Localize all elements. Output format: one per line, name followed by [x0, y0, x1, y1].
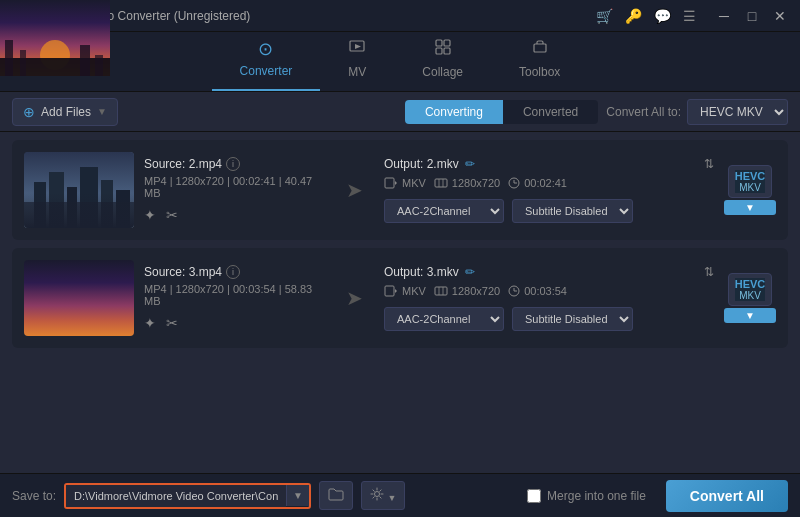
tab-toolbox-label: Toolbox [519, 65, 560, 79]
key-icon[interactable]: 🔑 [625, 8, 642, 24]
open-folder-button[interactable] [319, 481, 353, 510]
tab-mv[interactable]: MV [320, 30, 394, 91]
add-files-dropdown-icon[interactable]: ▼ [97, 106, 107, 117]
file-meta-2: MP4 | 1280x720 | 00:03:54 | 58.83 MB [144, 283, 324, 307]
svg-rect-32 [435, 287, 447, 295]
output-label-2: Output: 3.mkv [384, 265, 459, 279]
converting-tab-button[interactable]: Converting [405, 100, 503, 124]
arrow-area-1: ➤ [334, 178, 374, 202]
titlebar: V Vidmore Video Converter (Unregistered)… [0, 0, 800, 32]
merge-label: Merge into one file [547, 489, 646, 503]
svg-marker-16 [395, 181, 397, 185]
folder-icon [328, 487, 344, 501]
content-area: Source: 2.mp4 i MP4 | 1280x720 | 00:02:4… [0, 132, 800, 473]
arrow-area-2: ➤ [334, 286, 374, 310]
file-info-1: Source: 2.mp4 i MP4 | 1280x720 | 00:02:4… [144, 157, 324, 223]
svg-rect-4 [436, 48, 442, 54]
gear-icon [370, 487, 384, 501]
save-path-input[interactable] [66, 485, 286, 507]
file-card-2: Source: 3.mp4 i MP4 | 1280x720 | 00:03:5… [12, 248, 788, 348]
format-badge-dropdown-2[interactable]: ▼ [724, 308, 776, 323]
svg-rect-30 [385, 286, 394, 296]
svg-rect-14 [24, 202, 134, 228]
nav-area: ⊙ Converter MV Collage [0, 32, 800, 92]
svg-rect-11 [80, 167, 98, 228]
output-adjust-icon-2[interactable]: ⇅ [704, 265, 714, 279]
file-info-2: Source: 3.mp4 i MP4 | 1280x720 | 00:03:5… [144, 265, 324, 331]
subtitle-select-2[interactable]: Subtitle Disabled [512, 307, 633, 331]
video-icon-1 [384, 177, 398, 189]
save-path-wrapper: ▼ [64, 483, 311, 509]
file-actions-1: ✦ ✂ [144, 207, 324, 223]
tab-collage[interactable]: Collage [394, 30, 491, 91]
thumbnail-sunset [24, 260, 134, 336]
output-duration-detail-2: 00:03:54 [508, 285, 567, 297]
menu-icon[interactable]: ☰ [683, 8, 696, 24]
info-icon-1[interactable]: i [226, 157, 240, 171]
converted-tab-button[interactable]: Converted [503, 100, 598, 124]
svg-rect-9 [49, 172, 64, 228]
output-resolution-detail-1: 1280x720 [434, 177, 500, 189]
tab-converter[interactable]: ⊙ Converter [212, 30, 321, 91]
chat-icon[interactable]: 💬 [654, 8, 671, 24]
cut-action-icon-1[interactable]: ✂ [166, 207, 178, 223]
add-files-button[interactable]: ⊕ Add Files ▼ [12, 98, 118, 126]
info-icon-2[interactable]: i [226, 265, 240, 279]
tab-toolbox[interactable]: Toolbox [491, 30, 588, 91]
output-dropdowns-1: AAC-2Channel Subtitle Disabled [384, 199, 714, 223]
cart-icon[interactable]: 🛒 [596, 8, 613, 24]
svg-rect-10 [67, 187, 77, 228]
titlebar-icons: 🛒 🔑 💬 ☰ [596, 8, 696, 24]
audio-track-select-1[interactable]: AAC-2Channel [384, 199, 504, 223]
edit-output-icon-2[interactable]: ✏ [465, 265, 475, 279]
format-badge-2: HEVC MKV ▼ [724, 273, 776, 323]
output-adjust-icon-1[interactable]: ⇅ [704, 157, 714, 171]
hevc-badge-2: HEVC [735, 278, 766, 290]
output-settings-button[interactable]: ▼ [361, 481, 406, 510]
output-header-2: Output: 3.mkv ✏ ⇅ [384, 265, 714, 279]
mkv-badge-2: MKV [735, 290, 766, 301]
video-icon-2 [384, 285, 398, 297]
svg-marker-31 [395, 289, 397, 293]
resolution-icon-1 [434, 177, 448, 189]
settings-action-icon-2[interactable]: ✦ [144, 315, 156, 331]
svg-point-38 [374, 492, 379, 497]
format-badge-dropdown-1[interactable]: ▼ [724, 200, 776, 215]
tab-mv-label: MV [348, 65, 366, 79]
output-area-2: Output: 3.mkv ✏ ⇅ MKV 1280x720 00:03:54 [384, 265, 714, 331]
output-duration-detail-1: 00:02:41 [508, 177, 567, 189]
global-format-select[interactable]: HEVC MKV [687, 99, 788, 125]
minimize-button[interactable]: ─ [712, 6, 736, 26]
output-details-1: MKV 1280x720 00:02:41 [384, 177, 714, 189]
svg-marker-1 [355, 44, 361, 49]
file-thumb-1 [24, 152, 134, 228]
svg-rect-5 [444, 48, 450, 54]
audio-track-select-2[interactable]: AAC-2Channel [384, 307, 504, 331]
merge-checkbox[interactable] [527, 489, 541, 503]
path-dropdown-button[interactable]: ▼ [286, 485, 309, 506]
tab-converter-label: Converter [240, 64, 293, 78]
svg-rect-2 [436, 40, 442, 46]
svg-rect-13 [116, 190, 130, 228]
tab-switch: Converting Converted [405, 100, 598, 124]
close-button[interactable]: ✕ [768, 6, 792, 26]
svg-rect-3 [444, 40, 450, 46]
mv-icon [348, 38, 366, 61]
arrow-icon-1: ➤ [346, 178, 363, 202]
svg-rect-6 [534, 44, 546, 52]
converter-icon: ⊙ [258, 38, 273, 60]
output-resolution-detail-2: 1280x720 [434, 285, 500, 297]
settings-action-icon-1[interactable]: ✦ [144, 207, 156, 223]
edit-output-icon-1[interactable]: ✏ [465, 157, 475, 171]
svg-rect-12 [101, 180, 113, 228]
plus-icon: ⊕ [23, 104, 35, 120]
convert-all-button[interactable]: Convert All [666, 480, 788, 512]
cut-action-icon-2[interactable]: ✂ [166, 315, 178, 331]
thumbnail-city [24, 152, 134, 228]
maximize-button[interactable]: □ [740, 6, 764, 26]
clock-icon-1 [508, 177, 520, 189]
output-header-1: Output: 2.mkv ✏ ⇅ [384, 157, 714, 171]
subtitle-select-1[interactable]: Subtitle Disabled [512, 199, 633, 223]
bottombar: Save to: ▼ ▼ Merge into one file Convert… [0, 473, 800, 517]
format-badge-box-1: HEVC MKV [728, 165, 773, 198]
